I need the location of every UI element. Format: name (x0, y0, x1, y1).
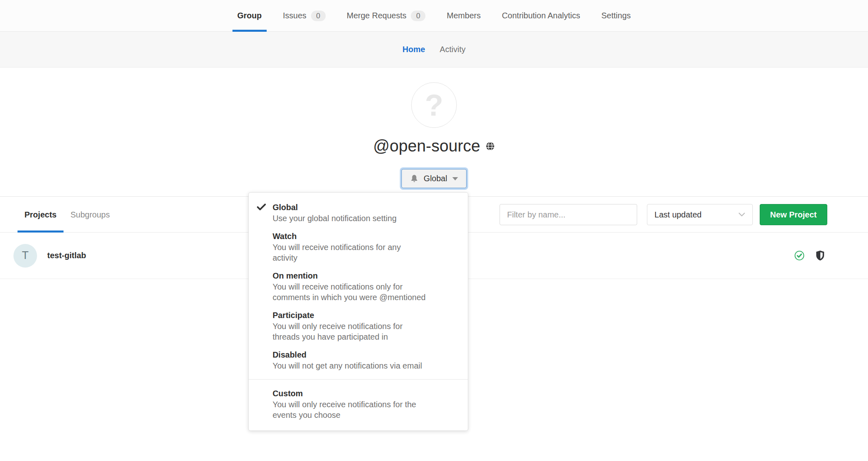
dropdown-divider (249, 379, 468, 380)
merge-requests-count-badge: 0 (411, 11, 425, 21)
notification-dropdown-menu: Global Use your global notification sett… (248, 192, 468, 431)
dropdown-item-disabled[interactable]: Disabled You will not get any notificati… (249, 346, 468, 375)
dropdown-item-title: Global (272, 202, 456, 213)
project-avatar: T (13, 244, 37, 268)
nav-item-label: Contribution Analytics (502, 11, 580, 20)
group-header: ? @open-source Global (0, 68, 868, 197)
group-sub-nav: Home Activity (0, 32, 868, 68)
project-avatar-initial: T (22, 249, 29, 262)
notification-setting-label: Global (424, 174, 447, 183)
nav-item-label: Group (237, 11, 262, 20)
nav-item-merge-requests[interactable]: Merge Requests 0 (336, 0, 436, 31)
group-avatar: ? (411, 82, 457, 128)
dropdown-item-desc: Use your global notification setting (272, 213, 456, 224)
project-name-link[interactable]: test-gitlab (47, 251, 86, 260)
subnav-item-home[interactable]: Home (395, 45, 433, 54)
dropdown-item-title: Disabled (272, 349, 456, 360)
dropdown-item-global[interactable]: Global Use your global notification sett… (249, 198, 468, 227)
group-nav-bar: Group Issues 0 Merge Requests 0 Members … (0, 0, 868, 32)
dropdown-item-title: Custom (272, 388, 456, 399)
group-name: @open-source (373, 137, 480, 155)
dropdown-item-participate[interactable]: Participate You will only receive notifi… (249, 306, 468, 346)
sort-dropdown[interactable]: Last updated (647, 204, 753, 225)
nav-item-group[interactable]: Group (227, 0, 272, 31)
tab-subgroups[interactable]: Subgroups (64, 197, 117, 233)
tab-label: Subgroups (70, 210, 110, 220)
notification-setting-button[interactable]: Global (401, 169, 467, 188)
tab-projects[interactable]: Projects (18, 197, 64, 233)
dropdown-item-on-mention[interactable]: On mention You will receive notification… (249, 267, 468, 306)
nav-item-label: Issues (283, 11, 307, 20)
subnav-item-activity[interactable]: Activity (432, 45, 473, 54)
group-title: @open-source (0, 137, 868, 155)
issues-count-badge: 0 (311, 11, 326, 21)
dropdown-item-title: Watch (272, 231, 456, 242)
nav-item-label: Members (447, 11, 480, 20)
bell-icon (410, 174, 419, 183)
new-project-button[interactable]: New Project (760, 204, 827, 225)
check-circle-icon (794, 250, 804, 261)
globe-icon (486, 142, 495, 151)
nav-item-label: Settings (601, 11, 631, 20)
chevron-down-icon (739, 213, 745, 217)
nav-item-members[interactable]: Members (436, 0, 491, 31)
filter-by-name-input[interactable] (500, 204, 637, 225)
dropdown-item-desc: You will receive notifications for any a… (272, 242, 456, 263)
nav-item-issues[interactable]: Issues 0 (272, 0, 336, 31)
dropdown-item-watch[interactable]: Watch You will receive notifications for… (249, 227, 468, 267)
question-mark-avatar: ? (425, 88, 443, 123)
dropdown-item-title: On mention (272, 270, 456, 281)
nav-item-label: Merge Requests (347, 11, 407, 20)
dropdown-item-desc: You will only receive notifications for … (272, 321, 456, 342)
tab-label: Projects (24, 210, 57, 220)
dropdown-item-title: Participate (272, 310, 456, 321)
nav-item-contribution-analytics[interactable]: Contribution Analytics (491, 0, 591, 31)
caret-down-icon (452, 177, 458, 180)
dropdown-item-desc: You will not get any notifications via e… (272, 360, 456, 371)
nav-item-settings[interactable]: Settings (591, 0, 641, 31)
check-icon (257, 204, 266, 212)
project-row-icons (794, 250, 824, 261)
shield-icon (816, 250, 824, 261)
dropdown-item-desc: You will receive notifications only for … (272, 281, 456, 303)
dropdown-item-desc: You will only receive notifications for … (272, 399, 456, 420)
sort-selected-value: Last updated (655, 210, 702, 220)
dropdown-item-custom[interactable]: Custom You will only receive notificatio… (249, 384, 468, 424)
